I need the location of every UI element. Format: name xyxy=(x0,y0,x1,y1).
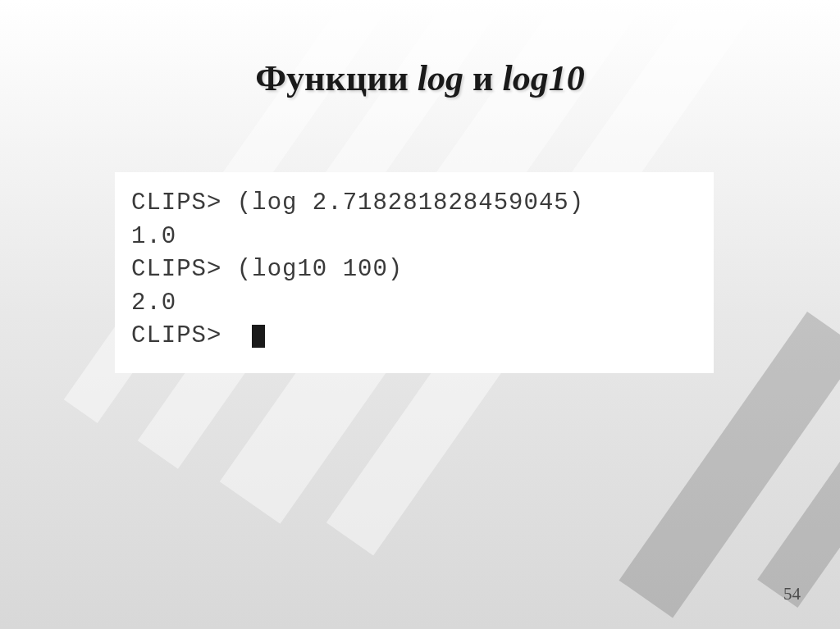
slide-title: Функции log и log10 xyxy=(0,57,840,99)
code-line-2: 1.0 xyxy=(131,221,697,254)
title-middle: и xyxy=(463,58,502,98)
title-term-log: log xyxy=(418,58,463,98)
code-line-4: 2.0 xyxy=(131,287,697,321)
title-prefix: Функции xyxy=(255,58,418,98)
code-line-1: CLIPS> (log 2.718281828459045) xyxy=(131,187,697,221)
cursor-icon xyxy=(252,325,265,348)
page-number: 54 xyxy=(783,584,801,604)
code-line-3: CLIPS> (log10 100) xyxy=(131,253,697,287)
title-term-log10: log10 xyxy=(502,58,584,98)
code-example: CLIPS> (log 2.718281828459045) 1.0 CLIPS… xyxy=(115,172,714,373)
code-line-5: CLIPS> xyxy=(131,320,697,353)
